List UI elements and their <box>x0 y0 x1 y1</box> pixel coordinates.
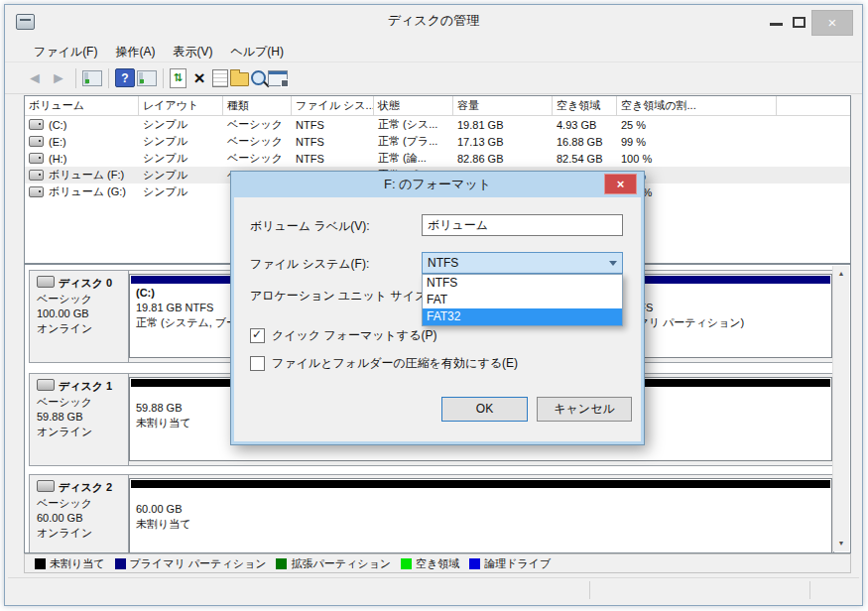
fs-option-fat32[interactable]: FAT32 <box>423 308 622 325</box>
title-bar: ディスクの管理 × <box>5 5 862 37</box>
console-tree-icon[interactable] <box>82 70 102 86</box>
menu-action[interactable]: 操作(A) <box>106 41 164 63</box>
volume-cell: 82.54 GB <box>553 150 617 167</box>
volume-cell: シンプル <box>139 150 223 167</box>
status-separator <box>809 581 810 599</box>
action-pane-icon[interactable] <box>137 70 157 86</box>
legend-item: 空き領域 <box>401 556 459 571</box>
scroll-up-icon[interactable]: ▲ <box>833 266 849 282</box>
volume-row[interactable]: (H:)シンプルベーシックNTFS正常 (論...82.86 GB82.54 G… <box>25 150 850 167</box>
volume-cell: ベーシック <box>223 150 292 167</box>
drive-icon <box>29 136 44 147</box>
magnifier-icon[interactable] <box>251 70 266 85</box>
legend-bar: 未割り当てプライマリ パーティション拡張パーティション空き領域論理ドライブ <box>24 553 851 573</box>
volume-cell: 16.88 GB <box>553 133 617 150</box>
cancel-button[interactable]: キャンセル <box>537 397 632 422</box>
legend-color-swatch <box>115 558 126 569</box>
fs-option-ntfs[interactable]: NTFS <box>423 275 622 292</box>
column-header[interactable]: 種類 <box>223 96 292 116</box>
disk-info[interactable]: ディスク 1ベーシック59.88 GBオンライン <box>30 374 129 465</box>
forward-icon[interactable]: ► <box>48 67 69 89</box>
refresh-icon[interactable]: ⇅ <box>170 68 186 88</box>
menu-help[interactable]: ヘルプ(H) <box>221 41 293 63</box>
column-header[interactable]: 空き領域の割... <box>617 96 777 116</box>
quick-format-label: クイック フォーマットする(P) <box>272 327 436 344</box>
compression-checkbox[interactable]: ファイルとフォルダーの圧縮を有効にする(E) <box>250 355 518 372</box>
volume-cell: シンプル <box>139 133 223 150</box>
disk-icon <box>37 276 55 288</box>
legend-color-swatch <box>401 558 412 569</box>
disk-info-line: ベーシック <box>37 292 128 306</box>
volume-cell: 82.86 GB <box>453 150 553 167</box>
volume-label-input[interactable]: ボリューム <box>422 214 623 236</box>
legend-item: 拡張パーティション <box>276 556 391 571</box>
volume-cell: NTFS <box>292 150 374 167</box>
file-system-dropdown: NTFSFATFAT32 <box>422 274 623 326</box>
volume-row[interactable]: (C:)シンプルベーシックNTFS正常 (シス...19.81 GB4.93 G… <box>25 116 850 133</box>
column-header[interactable]: 状態 <box>374 96 453 116</box>
ok-button[interactable]: OK <box>441 397 528 422</box>
fs-option-fat[interactable]: FAT <box>423 292 622 308</box>
volume-cell: 正常 (シス... <box>374 116 453 133</box>
drive-icon <box>29 153 44 164</box>
file-system-select[interactable]: NTFS <box>422 252 623 274</box>
menu-view[interactable]: 表示(V) <box>164 41 221 63</box>
compression-label: ファイルとフォルダーの圧縮を有効にする(E) <box>272 355 518 372</box>
volume-list-header: ボリュームレイアウト種類ファイル シス...状態容量空き領域空き領域の割... <box>25 96 850 116</box>
column-header[interactable]: レイアウト <box>139 96 223 116</box>
volume-row[interactable]: (E:)シンプルベーシックNTFS正常 (プラ...17.13 GB16.88 … <box>25 133 850 150</box>
console-window-icon[interactable] <box>268 70 288 86</box>
dialog-body: ボリューム ラベル(V): ボリューム ファイル システム(F): NTFS ア… <box>234 197 641 441</box>
dialog-close-button[interactable]: × <box>604 174 637 194</box>
legend-color-swatch <box>276 558 287 569</box>
disk-info-line: 60.00 GB <box>37 511 128 526</box>
column-header[interactable]: 空き領域 <box>553 96 617 116</box>
volume-cell: ベーシック <box>223 133 292 150</box>
dialog-title: F: のフォーマット <box>231 172 644 197</box>
toolbar-separator <box>163 68 164 88</box>
open-folder-icon[interactable] <box>230 72 249 86</box>
column-header[interactable]: ボリューム <box>25 96 139 116</box>
toolbar-separator <box>75 68 76 88</box>
vertical-scrollbar[interactable]: ▲ ▼ <box>832 266 849 551</box>
disk-info-line: 100.00 GB <box>37 306 128 321</box>
disk-info-line: オンライン <box>37 425 128 439</box>
checkbox-box: ✓ <box>250 328 265 343</box>
back-icon[interactable]: ◄ <box>24 67 46 89</box>
disk-management-window: ディスクの管理 × ファイル(F)操作(A)表示(V)ヘルプ(H) ◄►?⇅× … <box>4 4 863 606</box>
maximize-button[interactable] <box>793 17 806 28</box>
file-system-value: NTFS <box>428 253 458 273</box>
checkbox-box <box>250 356 265 371</box>
disk-row: ディスク 2ベーシック60.00 GBオンライン60.00 GB未割り当て <box>29 474 834 553</box>
disk-info-line: 59.88 GB <box>37 410 128 425</box>
volume-cell: シンプル <box>139 116 223 133</box>
close-button[interactable]: × <box>811 10 853 36</box>
column-header[interactable]: 容量 <box>453 96 553 116</box>
volume-cell: ボリューム (F:) <box>25 167 139 183</box>
disk-info-line: オンライン <box>37 526 128 541</box>
help-icon[interactable]: ? <box>115 68 135 87</box>
disk-icon <box>37 379 55 391</box>
scroll-down-icon[interactable]: ▼ <box>833 536 849 551</box>
volume-cell: 99 % <box>617 133 777 150</box>
toolbar-separator <box>108 68 109 88</box>
quick-format-checkbox[interactable]: ✓ クイック フォーマットする(P) <box>250 327 436 344</box>
status-bar <box>8 577 859 602</box>
drive-icon <box>29 119 44 130</box>
disk-info[interactable]: ディスク 0ベーシック100.00 GBオンライン <box>30 271 129 362</box>
disk-info-line: オンライン <box>37 321 128 336</box>
minimize-button[interactable] <box>770 23 783 26</box>
volume-cell: (E:) <box>25 133 139 150</box>
partition[interactable]: 60.00 GB未割り当て <box>129 478 832 553</box>
check-icon: ✓ <box>252 327 262 341</box>
legend-item: プライマリ パーティション <box>115 556 267 571</box>
volume-cell: ボリューム (G:) <box>25 183 139 200</box>
disk-info[interactable]: ディスク 2ベーシック60.00 GBオンライン <box>30 475 129 553</box>
properties-icon[interactable] <box>212 69 228 87</box>
delete-icon[interactable]: × <box>188 67 210 89</box>
window-title: ディスクの管理 <box>5 5 862 37</box>
column-header[interactable]: ファイル シス... <box>292 96 374 116</box>
legend-color-swatch <box>35 558 46 569</box>
disk-icon <box>37 480 55 492</box>
menu-file[interactable]: ファイル(F) <box>25 41 106 63</box>
